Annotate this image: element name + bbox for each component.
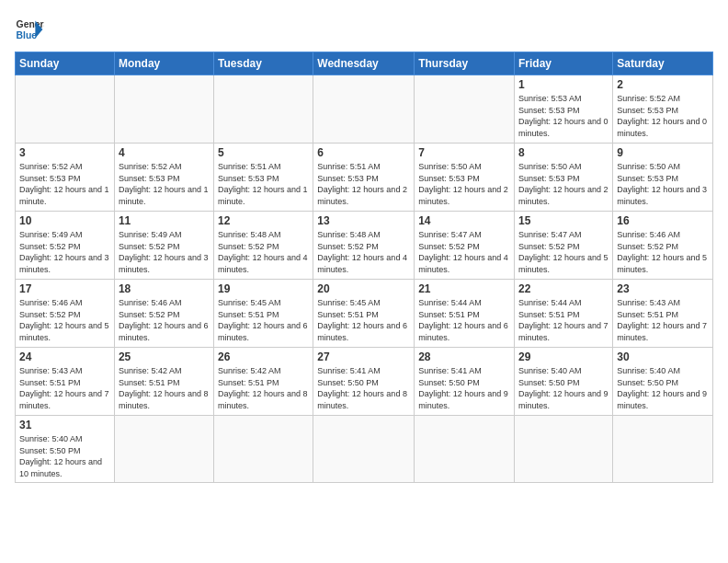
day-number: 29 [518, 350, 609, 363]
calendar-cell: 1Sunrise: 5:53 AM Sunset: 5:53 PM Daylig… [515, 75, 613, 144]
calendar-cell [214, 416, 313, 483]
day-info: Sunrise: 5:52 AM Sunset: 5:53 PM Dayligh… [19, 161, 110, 207]
day-info: Sunrise: 5:53 AM Sunset: 5:53 PM Dayligh… [518, 93, 609, 139]
calendar-cell: 11Sunrise: 5:49 AM Sunset: 5:52 PM Dayli… [114, 212, 213, 280]
day-number: 20 [317, 282, 410, 295]
day-number: 11 [119, 214, 210, 227]
weekday-header-thursday: Thursday [415, 52, 515, 75]
calendar-cell: 18Sunrise: 5:46 AM Sunset: 5:52 PM Dayli… [114, 280, 213, 348]
day-info: Sunrise: 5:40 AM Sunset: 5:50 PM Dayligh… [617, 365, 709, 411]
day-number: 13 [317, 214, 410, 227]
calendar-cell: 4Sunrise: 5:52 AM Sunset: 5:53 PM Daylig… [114, 144, 213, 212]
calendar-cell: 2Sunrise: 5:52 AM Sunset: 5:53 PM Daylig… [613, 75, 713, 144]
calendar-week-row: 3Sunrise: 5:52 AM Sunset: 5:53 PM Daylig… [16, 144, 713, 212]
day-info: Sunrise: 5:47 AM Sunset: 5:52 PM Dayligh… [518, 229, 609, 275]
day-info: Sunrise: 5:40 AM Sunset: 5:50 PM Dayligh… [518, 365, 609, 411]
calendar-cell [515, 416, 613, 483]
calendar-cell: 29Sunrise: 5:40 AM Sunset: 5:50 PM Dayli… [515, 348, 613, 416]
day-number: 27 [317, 350, 410, 363]
calendar-cell: 20Sunrise: 5:45 AM Sunset: 5:51 PM Dayli… [313, 280, 415, 348]
day-info: Sunrise: 5:49 AM Sunset: 5:52 PM Dayligh… [19, 229, 110, 275]
day-number: 12 [218, 214, 309, 227]
day-number: 16 [617, 214, 709, 227]
day-number: 5 [218, 146, 309, 159]
svg-text:Blue: Blue [17, 30, 38, 40]
day-number: 22 [518, 282, 609, 295]
calendar-table: SundayMondayTuesdayWednesdayThursdayFrid… [15, 52, 713, 483]
day-number: 28 [418, 350, 510, 363]
day-number: 19 [218, 282, 309, 295]
weekday-header-row: SundayMondayTuesdayWednesdayThursdayFrid… [16, 52, 713, 75]
calendar-cell: 8Sunrise: 5:50 AM Sunset: 5:53 PM Daylig… [515, 144, 613, 212]
day-number: 23 [617, 282, 709, 295]
calendar-cell [415, 416, 515, 483]
calendar-cell [114, 416, 213, 483]
day-info: Sunrise: 5:48 AM Sunset: 5:52 PM Dayligh… [317, 229, 410, 275]
day-info: Sunrise: 5:46 AM Sunset: 5:52 PM Dayligh… [19, 297, 110, 343]
calendar-week-row: 31Sunrise: 5:40 AM Sunset: 5:50 PM Dayli… [16, 416, 713, 483]
day-number: 6 [317, 146, 410, 159]
day-number: 8 [518, 146, 609, 159]
calendar-cell: 23Sunrise: 5:43 AM Sunset: 5:51 PM Dayli… [613, 280, 713, 348]
logo: General Blue [15, 15, 44, 44]
calendar-cell: 30Sunrise: 5:40 AM Sunset: 5:50 PM Dayli… [613, 348, 713, 416]
day-info: Sunrise: 5:40 AM Sunset: 5:50 PM Dayligh… [19, 433, 110, 479]
calendar-cell [313, 416, 415, 483]
weekday-header-tuesday: Tuesday [214, 52, 313, 75]
day-number: 4 [119, 146, 210, 159]
day-info: Sunrise: 5:42 AM Sunset: 5:51 PM Dayligh… [218, 365, 309, 411]
day-info: Sunrise: 5:50 AM Sunset: 5:53 PM Dayligh… [418, 161, 510, 207]
day-number: 18 [119, 282, 210, 295]
day-info: Sunrise: 5:41 AM Sunset: 5:50 PM Dayligh… [317, 365, 410, 411]
calendar-week-row: 1Sunrise: 5:53 AM Sunset: 5:53 PM Daylig… [16, 75, 713, 144]
day-info: Sunrise: 5:41 AM Sunset: 5:50 PM Dayligh… [418, 365, 510, 411]
day-info: Sunrise: 5:43 AM Sunset: 5:51 PM Dayligh… [617, 297, 709, 343]
calendar-week-row: 17Sunrise: 5:46 AM Sunset: 5:52 PM Dayli… [16, 280, 713, 348]
day-info: Sunrise: 5:45 AM Sunset: 5:51 PM Dayligh… [218, 297, 309, 343]
calendar-cell: 6Sunrise: 5:51 AM Sunset: 5:53 PM Daylig… [313, 144, 415, 212]
day-number: 3 [19, 146, 110, 159]
day-number: 15 [518, 214, 609, 227]
day-info: Sunrise: 5:52 AM Sunset: 5:53 PM Dayligh… [119, 161, 210, 207]
day-number: 7 [418, 146, 510, 159]
weekday-header-sunday: Sunday [16, 52, 115, 75]
day-info: Sunrise: 5:51 AM Sunset: 5:53 PM Dayligh… [317, 161, 410, 207]
day-info: Sunrise: 5:51 AM Sunset: 5:53 PM Dayligh… [218, 161, 309, 207]
day-info: Sunrise: 5:50 AM Sunset: 5:53 PM Dayligh… [617, 161, 709, 207]
calendar-cell [16, 75, 115, 144]
day-number: 1 [518, 78, 609, 91]
calendar-cell: 21Sunrise: 5:44 AM Sunset: 5:51 PM Dayli… [415, 280, 515, 348]
calendar-cell: 31Sunrise: 5:40 AM Sunset: 5:50 PM Dayli… [16, 416, 115, 483]
weekday-header-friday: Friday [515, 52, 613, 75]
calendar-cell: 13Sunrise: 5:48 AM Sunset: 5:52 PM Dayli… [313, 212, 415, 280]
weekday-header-saturday: Saturday [613, 52, 713, 75]
calendar-cell: 22Sunrise: 5:44 AM Sunset: 5:51 PM Dayli… [515, 280, 613, 348]
calendar-cell: 10Sunrise: 5:49 AM Sunset: 5:52 PM Dayli… [16, 212, 115, 280]
day-number: 14 [418, 214, 510, 227]
day-info: Sunrise: 5:48 AM Sunset: 5:52 PM Dayligh… [218, 229, 309, 275]
day-info: Sunrise: 5:44 AM Sunset: 5:51 PM Dayligh… [518, 297, 609, 343]
calendar-cell: 19Sunrise: 5:45 AM Sunset: 5:51 PM Dayli… [214, 280, 313, 348]
calendar-cell: 17Sunrise: 5:46 AM Sunset: 5:52 PM Dayli… [16, 280, 115, 348]
calendar-cell: 28Sunrise: 5:41 AM Sunset: 5:50 PM Dayli… [415, 348, 515, 416]
day-number: 30 [617, 350, 709, 363]
calendar-cell: 16Sunrise: 5:46 AM Sunset: 5:52 PM Dayli… [613, 212, 713, 280]
calendar-week-row: 24Sunrise: 5:43 AM Sunset: 5:51 PM Dayli… [16, 348, 713, 416]
calendar-cell: 25Sunrise: 5:42 AM Sunset: 5:51 PM Dayli… [114, 348, 213, 416]
day-info: Sunrise: 5:44 AM Sunset: 5:51 PM Dayligh… [418, 297, 510, 343]
calendar-cell [114, 75, 213, 144]
day-number: 2 [617, 78, 709, 91]
calendar-cell [613, 416, 713, 483]
calendar-cell: 7Sunrise: 5:50 AM Sunset: 5:53 PM Daylig… [415, 144, 515, 212]
day-info: Sunrise: 5:50 AM Sunset: 5:53 PM Dayligh… [518, 161, 609, 207]
calendar-cell [313, 75, 415, 144]
day-info: Sunrise: 5:43 AM Sunset: 5:51 PM Dayligh… [19, 365, 110, 411]
day-info: Sunrise: 5:46 AM Sunset: 5:52 PM Dayligh… [617, 229, 709, 275]
day-number: 24 [19, 350, 110, 363]
calendar-cell [214, 75, 313, 144]
calendar-cell: 3Sunrise: 5:52 AM Sunset: 5:53 PM Daylig… [16, 144, 115, 212]
day-info: Sunrise: 5:49 AM Sunset: 5:52 PM Dayligh… [119, 229, 210, 275]
weekday-header-wednesday: Wednesday [313, 52, 415, 75]
calendar-cell: 15Sunrise: 5:47 AM Sunset: 5:52 PM Dayli… [515, 212, 613, 280]
calendar-cell: 14Sunrise: 5:47 AM Sunset: 5:52 PM Dayli… [415, 212, 515, 280]
